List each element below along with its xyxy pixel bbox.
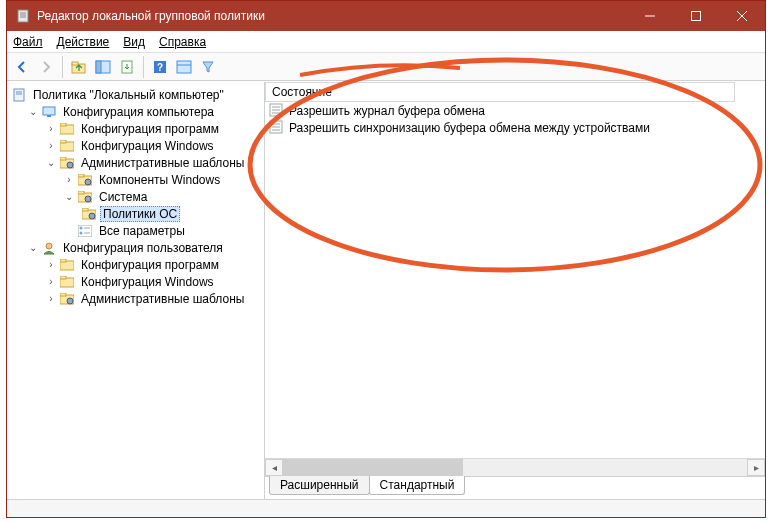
svg-rect-20 xyxy=(43,107,55,115)
policy-item[interactable]: Разрешить журнал буфера обмена xyxy=(265,102,765,119)
tree-win-config-2[interactable]: › Конфигурация Windows xyxy=(9,273,262,290)
folder-icon xyxy=(59,257,75,273)
horizontal-scrollbar[interactable]: ◂ ▸ xyxy=(265,458,765,476)
policy-item-label: Разрешить синхронизацию буфера обмена ме… xyxy=(289,121,650,135)
forward-button[interactable] xyxy=(35,56,57,78)
tab-standard[interactable]: Стандартный xyxy=(369,476,466,495)
up-button[interactable] xyxy=(68,56,90,78)
svg-rect-25 xyxy=(60,140,66,143)
tree-win-components[interactable]: › Компоненты Windows xyxy=(9,171,262,188)
svg-rect-9 xyxy=(72,62,78,65)
folder-icon xyxy=(59,274,75,290)
menu-help[interactable]: Справка xyxy=(159,35,206,49)
tree-label: Конфигурация Windows xyxy=(78,138,217,154)
expander-closed-icon[interactable]: › xyxy=(45,293,57,305)
svg-rect-0 xyxy=(18,10,28,22)
titlebar: Редактор локальной групповой политики xyxy=(7,1,765,31)
minimize-button[interactable] xyxy=(627,1,673,31)
tree-soft-config[interactable]: › Конфигурация программ xyxy=(9,120,262,137)
menu-file[interactable]: Файл xyxy=(13,35,43,49)
tree-label: Политики ОС xyxy=(100,206,180,222)
column-state[interactable]: Состояние xyxy=(265,82,735,102)
export-button[interactable] xyxy=(116,56,138,78)
tree-root[interactable]: Политика "Локальный компьютер" xyxy=(9,86,262,103)
policy-setting-icon xyxy=(269,103,285,119)
tab-extended[interactable]: Расширенный xyxy=(269,476,370,495)
scroll-thumb[interactable] xyxy=(283,459,463,476)
tree-user-config[interactable]: ⌄ Конфигурация пользователя xyxy=(9,239,262,256)
view-tabs: Расширенный Стандартный xyxy=(265,477,765,499)
svg-rect-45 xyxy=(60,259,66,262)
policy-icon xyxy=(11,87,27,103)
list-area: Состояние Разрешить журнал буфера обмена… xyxy=(265,82,765,477)
expander-closed-icon[interactable]: › xyxy=(45,140,57,152)
properties-button[interactable] xyxy=(173,56,195,78)
close-button[interactable] xyxy=(719,1,765,31)
svg-rect-47 xyxy=(60,276,66,279)
filter-button[interactable] xyxy=(197,56,219,78)
tree-win-config[interactable]: › Конфигурация Windows xyxy=(9,137,262,154)
tree-label: Административные шаблоны xyxy=(78,155,247,171)
tree-computer-config[interactable]: ⌄ Конфигурация компьютера xyxy=(9,103,262,120)
list-body[interactable]: Разрешить журнал буфера обмена Разрешить… xyxy=(265,102,765,136)
tree-label: Конфигурация пользователя xyxy=(60,240,226,256)
toolbar-separator xyxy=(62,56,63,78)
scroll-left-button[interactable]: ◂ xyxy=(265,459,283,476)
content-pane: Состояние Разрешить журнал буфера обмена… xyxy=(265,82,765,499)
svg-point-39 xyxy=(80,226,83,229)
folder-gear-icon xyxy=(81,206,97,222)
tree-label: Политика "Локальный компьютер" xyxy=(30,87,227,103)
svg-rect-27 xyxy=(60,157,66,160)
tree-admin-templates-2[interactable]: › Административные шаблоны xyxy=(9,290,262,307)
tree-label: Все параметры xyxy=(96,223,188,239)
maximize-button[interactable] xyxy=(673,1,719,31)
statusbar xyxy=(7,499,765,517)
user-icon xyxy=(41,240,57,256)
svg-rect-30 xyxy=(78,174,84,177)
tree-pane[interactable]: Политика "Локальный компьютер" ⌄ Конфигу… xyxy=(7,82,265,499)
svg-rect-11 xyxy=(96,61,101,73)
svg-rect-5 xyxy=(692,12,701,21)
policy-item[interactable]: Разрешить синхронизацию буфера обмена ме… xyxy=(265,119,765,136)
expander-closed-icon[interactable]: › xyxy=(45,123,57,135)
menu-view[interactable]: Вид xyxy=(123,35,145,49)
expander-open-icon[interactable]: ⌄ xyxy=(63,191,75,203)
svg-point-40 xyxy=(80,231,83,234)
expander-closed-icon[interactable]: › xyxy=(63,174,75,186)
tree-label: Система xyxy=(96,189,150,205)
svg-point-43 xyxy=(46,243,52,249)
tree-soft-config-2[interactable]: › Конфигурация программ xyxy=(9,256,262,273)
tree-label: Компоненты Windows xyxy=(96,172,223,188)
toolbar: ? xyxy=(7,53,765,81)
tree-label: Конфигурация Windows xyxy=(78,274,217,290)
expander-closed-icon[interactable]: › xyxy=(45,259,57,271)
computer-icon xyxy=(41,104,57,120)
window-title: Редактор локальной групповой политики xyxy=(37,9,627,23)
svg-rect-21 xyxy=(47,115,51,117)
expander-open-icon[interactable]: ⌄ xyxy=(45,157,57,169)
show-hide-tree-button[interactable] xyxy=(92,56,114,78)
policy-setting-icon xyxy=(269,120,285,136)
folder-icon xyxy=(59,121,75,137)
menu-action[interactable]: Действие xyxy=(57,35,110,49)
svg-point-34 xyxy=(85,196,91,202)
toolbar-separator-2 xyxy=(143,56,144,78)
tree-label: Конфигурация программ xyxy=(78,121,222,137)
tree-system[interactable]: ⌄ Система xyxy=(9,188,262,205)
expander-open-icon[interactable]: ⌄ xyxy=(27,242,39,254)
tree-admin-templates[interactable]: ⌄ Административные шаблоны xyxy=(9,154,262,171)
scroll-right-button[interactable]: ▸ xyxy=(747,459,765,476)
back-button[interactable] xyxy=(11,56,33,78)
help-button[interactable]: ? xyxy=(149,56,171,78)
body-split: Политика "Локальный компьютер" ⌄ Конфигу… xyxy=(7,81,765,499)
folder-icon xyxy=(59,138,75,154)
tree-os-policies[interactable]: Политики ОС xyxy=(9,205,262,222)
svg-point-37 xyxy=(89,213,95,219)
folder-gear-icon xyxy=(77,172,93,188)
tree-all-params[interactable]: Все параметры xyxy=(9,222,262,239)
scroll-track[interactable] xyxy=(283,459,747,476)
expander-open-icon[interactable]: ⌄ xyxy=(27,106,39,118)
policy-item-label: Разрешить журнал буфера обмена xyxy=(289,104,485,118)
expander-closed-icon[interactable]: › xyxy=(45,276,57,288)
folder-gear-icon xyxy=(77,189,93,205)
